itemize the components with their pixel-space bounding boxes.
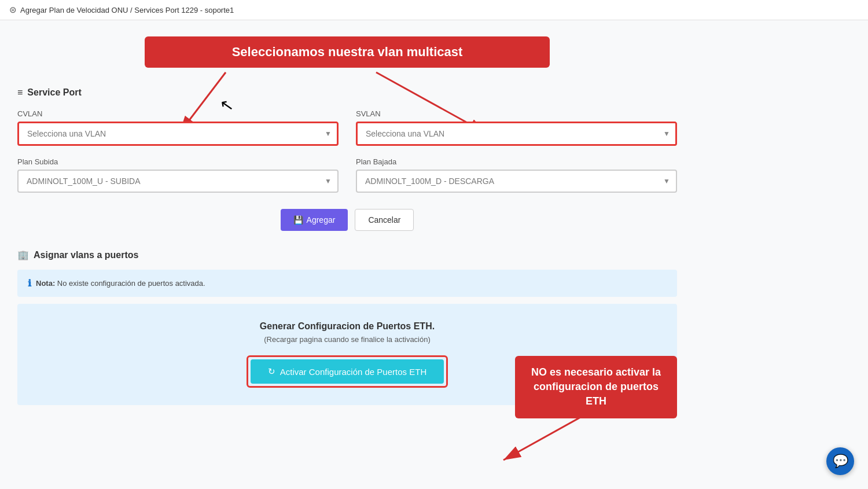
cancelar-button[interactable]: Cancelar bbox=[355, 209, 414, 231]
asignar-vlans-icon: 🏢 bbox=[17, 249, 29, 260]
service-port-icon: ≡ bbox=[17, 87, 23, 98]
plan-bajada-select[interactable]: ADMINOLT_100M_D - DESCARGA bbox=[356, 170, 677, 193]
plan-bajada-select-wrapper[interactable]: ADMINOLT_100M_D - DESCARGA ▼ bbox=[356, 170, 677, 193]
activar-button[interactable]: ↻ Activar Configuración de Puertos ETH bbox=[251, 359, 444, 384]
agregar-label: Agregar bbox=[307, 215, 336, 225]
plan-subida-select[interactable]: ADMINOLT_100M_U - SUBIDA bbox=[17, 170, 339, 193]
plan-bajada-label: Plan Bajada bbox=[356, 157, 677, 166]
save-icon: 💾 bbox=[293, 215, 303, 225]
nota-text: No existe configuración de puertos activ… bbox=[57, 279, 205, 288]
svlan-label: SVLAN bbox=[356, 109, 677, 118]
svlan-select[interactable]: Selecciona una VLAN bbox=[356, 122, 677, 146]
cvlan-label: CVLAN bbox=[17, 109, 339, 118]
svlan-group: SVLAN Selecciona una VLAN ▼ bbox=[356, 109, 677, 146]
chat-button[interactable]: 💬 bbox=[826, 447, 854, 475]
service-port-header: ≡ Service Port bbox=[17, 87, 677, 98]
generar-subtitle: (Recargar pagina cuando se finalice la a… bbox=[29, 335, 665, 344]
nota-content: Nota: No existe configuración de puertos… bbox=[36, 279, 205, 288]
breadcrumb: Agregar Plan de Velocidad ONU / Services… bbox=[20, 6, 234, 14]
vlan-form-row: CVLAN Selecciona una VLAN ▼ SVLAN Selecc… bbox=[17, 109, 677, 146]
action-buttons-row: 💾 Agregar Cancelar bbox=[17, 209, 677, 231]
info-icon: ℹ bbox=[28, 278, 31, 289]
annotation-right-banner: NO es necesario activar la configuracion… bbox=[515, 356, 677, 418]
cvlan-group: CVLAN Selecciona una VLAN ▼ bbox=[17, 109, 339, 146]
nota-box: ℹ Nota: No existe configuración de puert… bbox=[17, 270, 677, 297]
cancelar-label: Cancelar bbox=[368, 215, 400, 225]
plan-subida-select-wrapper[interactable]: ADMINOLT_100M_U - SUBIDA ▼ bbox=[17, 170, 339, 193]
wifi-icon: ⊜ bbox=[9, 5, 17, 15]
cvlan-select-wrapper[interactable]: Selecciona una VLAN ▼ bbox=[17, 122, 339, 146]
plan-form-row: Plan Subida ADMINOLT_100M_U - SUBIDA ▼ P… bbox=[17, 157, 677, 193]
top-bar: ⊜ Agregar Plan de Velocidad ONU / Servic… bbox=[0, 0, 868, 20]
agregar-button[interactable]: 💾 Agregar bbox=[281, 209, 348, 231]
cvlan-select[interactable]: Selecciona una VLAN bbox=[17, 122, 339, 146]
generar-title: Generar Configuracion de Puertos ETH. bbox=[29, 321, 665, 332]
nota-bold: Nota: bbox=[36, 279, 55, 288]
plan-subida-label: Plan Subida bbox=[17, 157, 339, 166]
service-port-label: Service Port bbox=[27, 87, 81, 98]
activar-label: Activar Configuración de Puertos ETH bbox=[280, 367, 426, 377]
activar-outer-border: ↻ Activar Configuración de Puertos ETH bbox=[247, 355, 448, 388]
annotation-top-banner: Seleccionamos nuestra vlan multicast bbox=[145, 36, 550, 68]
asignar-vlans-label: Asignar vlans a puertos bbox=[34, 250, 138, 260]
plan-subida-group: Plan Subida ADMINOLT_100M_U - SUBIDA ▼ bbox=[17, 157, 339, 193]
asignar-vlans-header: 🏢 Asignar vlans a puertos bbox=[17, 249, 677, 260]
refresh-icon: ↻ bbox=[268, 366, 275, 377]
plan-bajada-group: Plan Bajada ADMINOLT_100M_D - DESCARGA ▼ bbox=[356, 157, 677, 193]
svlan-select-wrapper[interactable]: Selecciona una VLAN ▼ bbox=[356, 122, 677, 146]
